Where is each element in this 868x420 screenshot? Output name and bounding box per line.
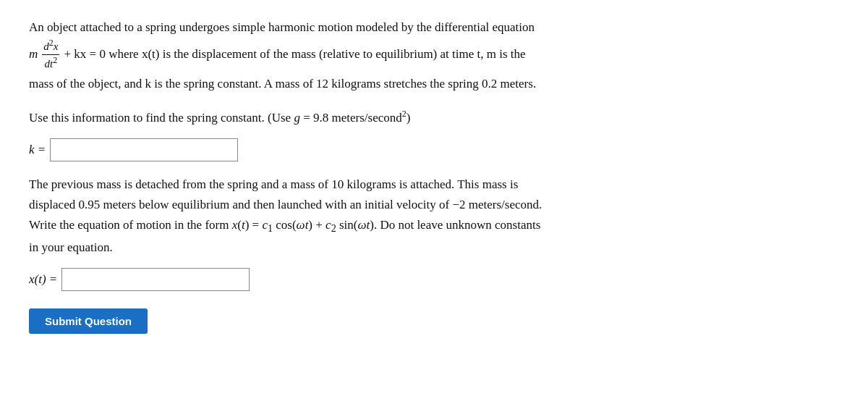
q2-line3: Write the equation of motion in the form…: [29, 215, 788, 238]
q2-line4: in your equation.: [29, 238, 788, 258]
numerator-d2x: d2x: [42, 38, 59, 55]
question2-paragraph: The previous mass is detached from the s…: [29, 175, 788, 258]
k-label: k =: [29, 143, 46, 157]
submit-section: Submit Question: [29, 303, 839, 334]
question1-text: Use this information to find the spring …: [29, 107, 788, 128]
fraction-d2x-dt2: d2x dt2: [42, 38, 59, 71]
intro-text-line1: An object attached to a spring undergoes…: [29, 20, 535, 34]
q2-line2: displaced 0.95 meters below equilibrium …: [29, 195, 788, 215]
problem-line3: mass of the object, and k is the spring …: [29, 74, 788, 94]
k-answer-input[interactable]: [50, 138, 238, 161]
equation-line: m d2x dt2 + kx = 0 where x(t) is the dis…: [29, 38, 788, 71]
submit-button[interactable]: Submit Question: [29, 308, 148, 334]
m-var: m: [29, 44, 38, 64]
q1-label-text: Use this information to find the spring …: [29, 111, 410, 125]
problem-intro: An object attached to a spring undergoes…: [29, 17, 788, 38]
line3-text: mass of the object, and k is the spring …: [29, 77, 536, 91]
denominator-dt2: dt2: [43, 55, 59, 72]
xt-label: x(t) =: [29, 272, 57, 287]
q2-line1: The previous mass is detached from the s…: [29, 175, 788, 195]
xt-input-row: x(t) =: [29, 268, 839, 291]
k-input-row: k =: [29, 138, 839, 161]
equation-rest: + kx = 0 where x(t) is the displacement …: [64, 44, 525, 64]
xt-answer-input[interactable]: [61, 268, 250, 291]
